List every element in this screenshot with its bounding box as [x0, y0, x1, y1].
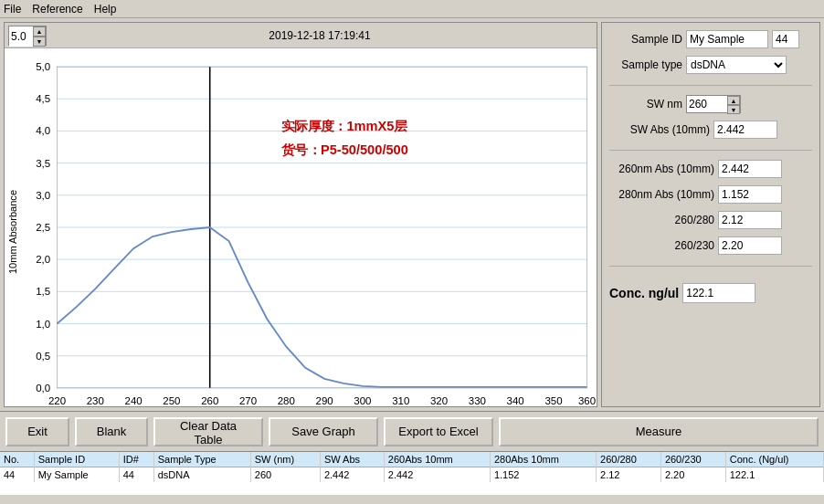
abs260-row: 260nm Abs (10mm): [609, 160, 812, 178]
svg-text:350: 350: [544, 395, 562, 406]
col-id-num: ID#: [119, 452, 153, 467]
table-cell: 44: [119, 467, 153, 483]
exit-button[interactable]: Exit: [5, 417, 69, 446]
table-cell: dsDNA: [153, 467, 250, 483]
table-cell: 2.20: [660, 467, 725, 483]
spinner-buttons: ▲ ▼: [33, 26, 46, 47]
sw-nm-label: SW nm: [609, 98, 682, 110]
svg-text:3,5: 3,5: [36, 158, 50, 169]
sw-nm-down[interactable]: ▼: [727, 105, 740, 114]
ratio260280-label: 260/280: [609, 214, 714, 226]
right-panel: Sample ID Sample type dsDNA ssDNA RNA Pr…: [601, 22, 820, 407]
svg-text:5,0: 5,0: [36, 61, 50, 72]
clear-button[interactable]: Clear Data Table: [153, 417, 263, 446]
menubar: File Reference Help: [0, 0, 824, 18]
data-table: No. Sample ID ID# Sample Type SW (nm) SW…: [0, 452, 824, 482]
sample-id-num-input[interactable]: [772, 30, 799, 48]
svg-text:280: 280: [278, 395, 295, 406]
col-260230: 260/230: [660, 452, 725, 467]
svg-text:2,0: 2,0: [36, 254, 50, 265]
sw-nm-arrows: ▲ ▼: [727, 96, 740, 114]
table-cell: 44: [0, 467, 34, 483]
svg-text:3,0: 3,0: [36, 190, 50, 201]
ratio260230-input[interactable]: [718, 236, 782, 255]
table-container: No. Sample ID ID# Sample Type SW (nm) SW…: [0, 451, 824, 495]
main-content: ▲ ▼ 2019-12-18 17:19:41: [0, 18, 824, 411]
svg-text:实际厚度：1mmX5层: 实际厚度：1mmX5层: [280, 120, 408, 134]
sw-nm-input[interactable]: [687, 96, 727, 112]
svg-text:1,0: 1,0: [36, 319, 50, 330]
sw-nm-spinner[interactable]: ▲ ▼: [686, 95, 741, 113]
table-cell: 1.152: [490, 467, 596, 483]
ratio260280-input[interactable]: [718, 211, 782, 229]
svg-text:320: 320: [430, 395, 448, 406]
table-header-row: No. Sample ID ID# Sample Type SW (nm) SW…: [0, 452, 824, 467]
svg-text:360: 360: [578, 395, 596, 406]
table-row: 44My Sample44dsDNA2602.4422.4421.1522.12…: [0, 467, 824, 483]
sw-nm-row: SW nm ▲ ▼: [609, 95, 812, 113]
conc-row: Conc. ng/ul: [609, 283, 812, 303]
conc-label: Conc. ng/ul: [609, 286, 679, 300]
table-cell: My Sample: [34, 467, 119, 483]
sample-id-label: Sample ID: [609, 33, 682, 46]
sample-id-row: Sample ID: [609, 30, 812, 48]
ratio260230-label: 260/230: [609, 239, 714, 252]
y-scale-spinner[interactable]: ▲ ▼: [8, 26, 47, 46]
save-graph-button[interactable]: Save Graph: [269, 417, 378, 446]
col-abs260: 260Abs 10mm: [384, 452, 490, 467]
table-body: 44My Sample44dsDNA2602.4422.4421.1522.12…: [0, 467, 824, 483]
svg-text:10mm Absorbance: 10mm Absorbance: [6, 190, 17, 274]
graph-panel: ▲ ▼ 2019-12-18 17:19:41: [4, 22, 597, 407]
graph-container: 0,0 0,5 1,0 1,5 2,0 2,5 3,0 3,5 4,0 4,5 …: [5, 48, 597, 406]
svg-text:330: 330: [469, 395, 486, 406]
timestamp: 2019-12-18 17:19:41: [47, 29, 593, 42]
svg-text:300: 300: [354, 395, 371, 406]
svg-text:2,5: 2,5: [36, 222, 50, 233]
measure-button[interactable]: Measure: [499, 417, 819, 446]
col-sw-nm: SW (nm): [250, 452, 320, 467]
col-abs280: 280Abs 10mm: [490, 452, 596, 467]
svg-text:220: 220: [48, 395, 66, 406]
chart-svg: 0,0 0,5 1,0 1,5 2,0 2,5 3,0 3,5 4,0 4,5 …: [5, 48, 597, 406]
sample-type-select[interactable]: dsDNA ssDNA RNA Protein: [686, 56, 787, 74]
col-sample-type: Sample Type: [153, 452, 250, 467]
sw-nm-up[interactable]: ▲: [727, 96, 740, 105]
sample-type-row: Sample type dsDNA ssDNA RNA Protein: [609, 56, 812, 74]
export-button[interactable]: Export to Excel: [384, 417, 493, 446]
ratio260280-row: 260/280: [609, 211, 812, 229]
blank-button[interactable]: Blank: [75, 417, 148, 446]
svg-text:4,5: 4,5: [36, 93, 50, 104]
svg-text:260: 260: [201, 395, 218, 406]
menu-help[interactable]: Help: [94, 3, 117, 16]
svg-text:4,0: 4,0: [36, 126, 50, 137]
col-sw-abs: SW Abs: [320, 452, 384, 467]
ratio260230-row: 260/230: [609, 236, 812, 255]
menu-file[interactable]: File: [4, 3, 21, 16]
table-cell: 122.1: [725, 467, 823, 483]
spinner-up[interactable]: ▲: [33, 26, 46, 37]
abs280-row: 280nm Abs (10mm): [609, 185, 812, 204]
svg-text:240: 240: [125, 395, 143, 406]
sample-id-input[interactable]: [686, 30, 768, 48]
spinner-down[interactable]: ▼: [33, 37, 46, 47]
col-sample-id: Sample ID: [34, 452, 119, 467]
abs280-label: 280nm Abs (10mm): [609, 188, 714, 201]
table-cell: 260: [250, 467, 320, 483]
table-cell: 2.442: [384, 467, 490, 483]
abs260-input[interactable]: [718, 160, 782, 178]
sw-abs-label: SW Abs (10mm): [609, 123, 710, 136]
conc-input[interactable]: [682, 283, 755, 303]
svg-text:0,0: 0,0: [36, 383, 50, 394]
separator-3: [609, 266, 812, 267]
button-bar: Exit Blank Clear Data Table Save Graph E…: [0, 411, 824, 451]
sw-abs-input[interactable]: [713, 121, 777, 139]
svg-text:250: 250: [163, 395, 180, 406]
table-cell: 2.442: [320, 467, 384, 483]
abs280-input[interactable]: [718, 185, 782, 204]
menu-reference[interactable]: Reference: [32, 3, 82, 16]
svg-text:340: 340: [507, 395, 524, 406]
col-no: No.: [0, 452, 34, 467]
svg-text:270: 270: [239, 395, 257, 406]
svg-text:230: 230: [87, 395, 104, 406]
col-conc: Conc. (Ng/ul): [725, 452, 823, 467]
